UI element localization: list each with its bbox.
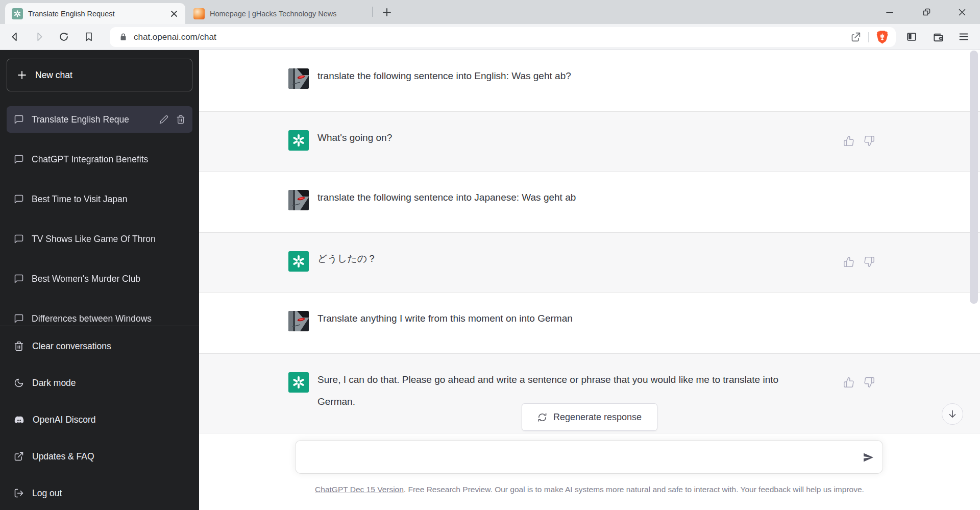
- thumbs-up-icon[interactable]: [843, 377, 854, 388]
- regenerate-icon: [537, 412, 547, 422]
- url-text[interactable]: chat.openai.com/chat: [134, 32, 216, 42]
- new-chat-label: New chat: [35, 70, 72, 81]
- message-text: どうしたの？: [317, 248, 377, 292]
- user-avatar: [288, 68, 309, 89]
- tab-close-icon[interactable]: [168, 8, 180, 20]
- chat-bubble-icon: [14, 194, 24, 204]
- external-link-icon: [14, 451, 24, 462]
- conversation-item[interactable]: Best Women's Murder Club: [7, 265, 192, 292]
- share-icon[interactable]: [850, 32, 861, 42]
- conversation-title: Best Time to Visit Japan: [32, 194, 185, 205]
- chatgpt-avatar: [288, 130, 309, 151]
- reload-button[interactable]: [54, 27, 74, 46]
- message-row-assistant: What's going on?: [199, 111, 980, 172]
- conversation-title: Translate English Reque: [32, 114, 152, 125]
- tab-ghacks[interactable]: Homepage | gHacks Technology News: [187, 3, 366, 24]
- message-text: What's going on?: [317, 127, 392, 171]
- menu-label: Dark mode: [32, 378, 76, 388]
- message-input[interactable]: [296, 441, 883, 473]
- brave-shield-icon[interactable]: [876, 30, 889, 44]
- chatgpt-favicon-icon: [12, 8, 23, 19]
- address-bar-divider: [868, 32, 869, 42]
- updates-faq-button[interactable]: Updates & FAQ: [7, 443, 192, 470]
- scrollbar-thumb[interactable]: [970, 51, 978, 304]
- window-minimize-button[interactable]: [876, 0, 903, 24]
- tab-title: Translate English Request: [28, 10, 115, 18]
- discord-icon: [14, 415, 24, 425]
- message-text: translate the following sentence into Ja…: [317, 186, 576, 232]
- lock-icon: [119, 33, 128, 41]
- thumbs-up-icon[interactable]: [843, 135, 854, 147]
- message-row-user: translate the following sentence into Ja…: [199, 172, 980, 232]
- message-text: translate the following sentence into En…: [317, 65, 571, 111]
- message-row-user: translate the following sentence into En…: [199, 50, 980, 111]
- menu-button[interactable]: [953, 27, 974, 46]
- conversation-title: TV Shows Like Game Of Thron: [32, 234, 185, 245]
- regenerate-label: Regenerate response: [553, 412, 642, 423]
- conversation-title: Differences between Windows: [32, 313, 185, 324]
- tab-chatgpt[interactable]: Translate English Request: [5, 3, 185, 24]
- sidebar-bottom-menu: Clear conversations Dark mode OpenAI Dis…: [0, 326, 199, 510]
- chat-bubble-icon: [14, 274, 24, 284]
- sidebar: New chat Translate English Reque ChatGPT…: [0, 50, 199, 510]
- tab-separator: [372, 7, 373, 17]
- conversation-item[interactable]: Best Time to Visit Japan: [7, 186, 192, 212]
- conversation-list: Translate English Reque ChatGPT Integrat…: [7, 106, 192, 345]
- dark-mode-button[interactable]: Dark mode: [7, 370, 192, 396]
- menu-label: Clear conversations: [32, 341, 111, 352]
- footer-disclaimer: ChatGPT Dec 15 Version. Free Research Pr…: [199, 485, 980, 494]
- ghacks-favicon-icon: [193, 8, 205, 19]
- trash-icon: [14, 341, 24, 351]
- user-avatar: [288, 190, 309, 210]
- thumbs-down-icon[interactable]: [864, 135, 875, 147]
- message-text: Translate anything I write from this mom…: [317, 307, 573, 353]
- version-link[interactable]: ChatGPT Dec 15 Version: [315, 485, 404, 494]
- conversation-title: Best Women's Murder Club: [32, 274, 185, 284]
- window-close-button[interactable]: [948, 0, 976, 24]
- thumbs-down-icon[interactable]: [864, 377, 875, 388]
- tab-strip: Translate English Request Homepage | gHa…: [0, 0, 980, 24]
- forward-button[interactable]: [30, 27, 49, 46]
- message-row-assistant: どうしたの？: [199, 232, 980, 293]
- chat-bubble-icon: [14, 114, 24, 125]
- side-panel-button[interactable]: [901, 27, 922, 46]
- conversation-item[interactable]: ChatGPT Integration Benefits: [7, 146, 192, 173]
- logout-icon: [14, 488, 24, 498]
- menu-label: OpenAI Discord: [33, 415, 96, 425]
- chat-bubble-icon: [14, 313, 24, 324]
- delete-icon[interactable]: [176, 115, 185, 124]
- chat-bubble-icon: [14, 154, 24, 164]
- scroll-to-bottom-button[interactable]: [942, 403, 963, 425]
- message-row-user: Translate anything I write from this mom…: [199, 293, 980, 353]
- thumbs-down-icon[interactable]: [864, 256, 875, 268]
- window-restore-button[interactable]: [913, 0, 940, 24]
- back-button[interactable]: [5, 27, 24, 46]
- address-bar[interactable]: chat.openai.com/chat: [110, 27, 896, 47]
- bookmark-button[interactable]: [79, 27, 99, 46]
- menu-label: Log out: [32, 488, 62, 499]
- conversation-item[interactable]: TV Shows Like Game Of Thron: [7, 226, 192, 252]
- tab-title: Homepage | gHacks Technology News: [210, 10, 336, 18]
- user-avatar: [288, 311, 309, 331]
- plus-icon: [17, 70, 27, 80]
- moon-icon: [14, 378, 24, 388]
- conversation-title: ChatGPT Integration Benefits: [32, 154, 185, 165]
- regenerate-response-button[interactable]: Regenerate response: [522, 403, 657, 431]
- chatgpt-avatar: [288, 372, 309, 393]
- new-chat-button[interactable]: New chat: [7, 59, 192, 91]
- menu-label: Updates & FAQ: [32, 451, 94, 462]
- edit-icon[interactable]: [159, 115, 168, 124]
- new-tab-button[interactable]: [379, 4, 395, 20]
- log-out-button[interactable]: Log out: [7, 480, 192, 506]
- message-composer: [295, 440, 883, 474]
- send-icon[interactable]: [861, 450, 875, 465]
- wallet-button[interactable]: [928, 27, 948, 46]
- footer-text: . Free Research Preview. Our goal is to …: [404, 485, 864, 494]
- openai-discord-button[interactable]: OpenAI Discord: [7, 406, 192, 433]
- chatgpt-avatar: [288, 251, 309, 272]
- thumbs-up-icon[interactable]: [843, 256, 854, 268]
- chat-bubble-icon: [14, 234, 24, 244]
- clear-conversations-button[interactable]: Clear conversations: [7, 333, 192, 359]
- conversation-item-active[interactable]: Translate English Reque: [7, 106, 192, 133]
